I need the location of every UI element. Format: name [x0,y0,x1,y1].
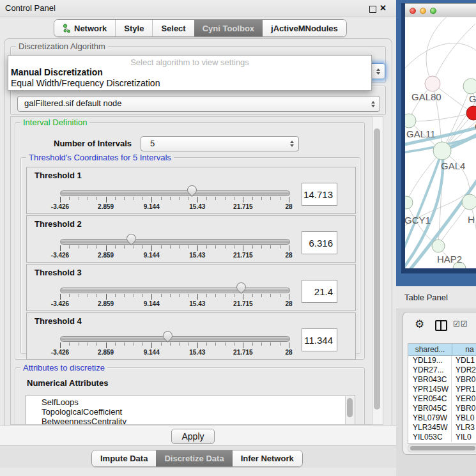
list-item[interactable]: SelfLoops [42,397,79,407]
svg-text:GAL11: GAL11 [406,128,436,139]
table-row[interactable]: YLR345W YLR3 [408,423,476,433]
table-horizontal-scrollbar-thumb[interactable] [410,446,475,450]
column-header-shared-name[interactable]: shared... [408,344,452,355]
slider-major-ticks [60,245,290,251]
node-attribute-table[interactable]: shared... na YDL19... YDL1 YDR27... YDR2… [408,343,476,444]
group-title: Threshold's Coordinates for 5 Intervals [26,153,174,162]
threshold-2-value-field[interactable]: 6.316 [302,231,337,254]
threshold-2-slider-track[interactable] [60,239,290,245]
threshold-label: Threshold 4 [35,316,82,326]
threshold-3-value-field[interactable]: 21.4 [302,280,337,303]
float-window-icon[interactable] [369,6,376,13]
network-tab-icon [63,24,71,33]
close-icon[interactable]: ✕ [380,3,387,13]
list-scrollbar-thumb[interactable] [347,398,353,417]
slider-tick-labels: -3.426 2.859 9.144 15.43 21.715 28 [60,349,289,357]
popup-prompt: Select algorithm to view settings [8,58,371,67]
interval-definition-group: Interval Definition Number of Intervals … [15,122,365,360]
column-header-name[interactable]: na [452,344,476,355]
tab-style[interactable]: Style [116,20,152,36]
minimize-traffic-light[interactable] [420,8,426,14]
network-view-canvas[interactable]: GAL80 GA C GAL11 GAL4 GCY1 H HAP2 [405,17,476,268]
table-row[interactable]: YIL053C YIL0 [408,433,476,442]
settings-scrollbar-thumb[interactable] [374,128,380,410]
numerical-attributes-list[interactable]: SelfLoops TopologicalCoefficient Between… [26,395,355,425]
table-row[interactable]: YER054C YER0 [408,394,476,404]
list-scrollbar[interactable] [345,396,354,425]
node-red-selected[interactable] [466,106,476,120]
control-panel-tabs: Network Style Select Cyni Toolbox jActiv… [54,19,347,37]
threshold-label: Threshold 2 [35,219,82,229]
table-row[interactable]: YBR043C YBR0 [408,375,476,385]
node-gcy1[interactable] [405,196,413,209]
attributes-to-discretize-group: Attributes to discretize Numerical Attri… [15,367,365,425]
gear-icon[interactable]: ⚙ [415,318,424,331]
network-nodes[interactable] [405,76,476,268]
list-item[interactable]: BetweennessCentrality [42,417,127,425]
tab-label: Select [161,24,185,33]
node-top-right[interactable] [463,79,476,94]
cyni-bottom-tabbar: Impute Data Discretize Data Infer Networ… [0,445,396,468]
node-right-h[interactable] [462,194,476,210]
settings-scrollbar[interactable] [372,116,383,425]
slider-major-ticks [60,197,290,203]
svg-text:GAL80: GAL80 [411,91,441,102]
threshold-3-slider-track[interactable] [60,288,290,293]
apply-strip: Apply [0,426,396,446]
list-item[interactable]: TopologicalCoefficient [42,407,122,417]
popup-item-equal-width-frequency[interactable]: Equal Width/Frequency Discretization [11,78,160,88]
combo-value: galFiltered.sif default node [24,96,121,111]
combo-arrows-icon [371,101,375,107]
table-data-combobox[interactable]: galFiltered.sif default node [17,96,380,112]
threshold-4-value-field[interactable]: 11.344 [302,328,337,351]
combo-arrows-icon [376,68,380,75]
group-title: Discretization Algorithm [16,42,108,51]
table-header-row: shared... na [408,344,476,356]
tab-cyni-toolbox[interactable]: Cyni Toolbox [194,20,263,36]
close-traffic-light[interactable] [410,8,416,14]
tab-label: Style [124,24,144,33]
threshold-4-slider-track[interactable] [60,336,290,342]
threshold-4-panel: Threshold 4 -3.426 2.859 9.144 15.43 21.… [26,312,356,360]
column-checkboxes-icon[interactable]: ☑☑ [453,319,468,328]
svg-text:H: H [468,214,475,225]
spinner-arrows-icon [290,141,294,147]
zoom-traffic-light[interactable] [430,8,436,14]
settings-scroll-viewport[interactable]: Interval Definition Number of Intervals … [10,116,373,425]
popup-item-manual-discretization[interactable]: Manual Discretization [11,67,103,77]
tab-label: Infer Network [241,454,294,463]
svg-text:GA: GA [469,93,476,104]
tab-network[interactable]: Network [54,20,115,36]
network-window-titlebar[interactable] [405,3,476,19]
apply-button[interactable]: Apply [171,429,215,444]
tab-impute-data[interactable]: Impute Data [92,450,156,466]
table-horizontal-scrollbar[interactable] [408,444,476,452]
node-hap2[interactable] [432,240,445,252]
threshold-1-slider-track[interactable] [60,190,290,196]
table-row[interactable]: YDL19... YDL1 [408,356,476,365]
table-row[interactable]: YBR045C YBR0 [408,404,476,413]
tab-infer-network[interactable]: Infer Network [233,450,302,466]
svg-text:GCY1: GCY1 [405,215,431,226]
thresholds-coordinates-group: Threshold's Coordinates for 5 Intervals … [20,157,360,354]
numerical-attributes-label: Numerical Attributes [27,378,108,388]
table-row[interactable]: YDR27... YDR2 [408,365,476,375]
table-row[interactable]: YBL079W YBL0 [408,413,476,423]
svg-text:HAP2: HAP2 [437,254,462,265]
tab-jactivemnodules[interactable]: jActiveMNodules [263,20,346,36]
tab-select[interactable]: Select [153,20,194,36]
number-of-intervals-spinner[interactable]: 5 [141,136,299,151]
tab-discretize-data[interactable]: Discretize Data [156,450,232,466]
node-gal11[interactable] [405,114,416,128]
table-row[interactable]: YPR145W YPR1 [408,385,476,394]
group-title: Interval Definition [20,118,89,127]
node-gal80[interactable] [425,76,440,91]
network-window-frame-bottom [401,268,476,273]
threshold-1-value-field[interactable]: 14.713 [302,183,337,206]
control-panel-titlebar: Control Panel ✕ [0,0,396,17]
node-gal4[interactable] [433,142,451,160]
group-title: Attributes to discretize [20,363,107,372]
column-layout-icon[interactable] [435,320,447,331]
node-table-container: ⚙ ☑☑ shared... na YDL19... YDL1 YDR27...… [403,312,476,455]
table-panel-title: Table Panel [404,286,448,309]
